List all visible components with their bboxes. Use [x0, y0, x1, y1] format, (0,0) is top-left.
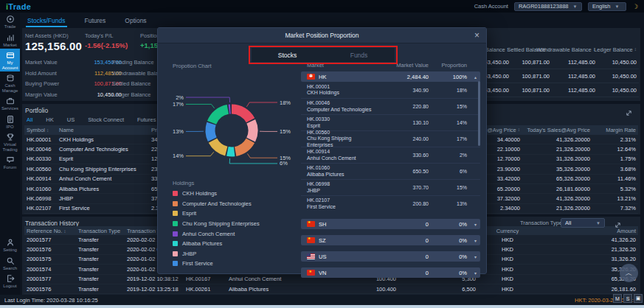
portfolio-cell: CKH Holdings [57, 136, 149, 143]
summary-row-label2: Pending Balance [112, 59, 154, 66]
market-holding-row[interactable]: HK.00914Anhui Conch Cement330.602% [301, 147, 480, 163]
portfolio-cell: 2.31% [592, 136, 638, 143]
summary-row-label: Market Value [25, 59, 58, 66]
transaction-cell: Transfer [76, 246, 125, 253]
tray-icon[interactable]: S [623, 294, 632, 303]
portfolio-tab-all[interactable]: All [27, 116, 32, 123]
market-group-us[interactable]: US00%▾ [301, 251, 480, 262]
portfolio-tab-hk[interactable]: HK [46, 116, 53, 123]
tray-icon[interactable]: ▣ [634, 294, 643, 303]
sort-icon: ↕ [46, 127, 49, 133]
proportion-donut-chart: 18%15%15%6%14%13%17%2% [161, 76, 302, 183]
app-logo: iTrade [6, 2, 31, 11]
portfolio-cell: 26,181.60000 [522, 186, 592, 192]
close-icon[interactable]: × [474, 30, 479, 41]
tab-futures[interactable]: Futures [83, 15, 108, 27]
donut-percent-label: 13% [173, 128, 184, 135]
market-group-sz[interactable]: SZ00%▾ [301, 235, 480, 245]
balance-cell: 100,871.00 [509, 73, 550, 80]
market-holding-row[interactable]: HK.00330Esprit130.1014% [301, 114, 480, 130]
market-holding-row[interactable]: HK.00560Chu Kong Shipping Enterprises240… [301, 130, 480, 147]
sidebar-item-services[interactable]: Services [0, 94, 20, 113]
balance-col-header[interactable]: Ledger Balance↕ [595, 46, 637, 53]
market-holding-row[interactable]: HK.01060Alibaba Pictures650.506% [301, 163, 480, 179]
transaction-col-header[interactable]: Reference No.↕ [24, 228, 76, 234]
scroll-to-top-button[interactable]: ︿ [620, 264, 638, 282]
flag-cn-icon [307, 221, 315, 227]
market-group-sh[interactable]: SH00%▾ [301, 219, 480, 229]
transaction-type-select[interactable]: All ▼ [561, 218, 605, 228]
portfolio-col-header[interactable]: Name [57, 127, 149, 133]
transaction-cell: Alibaba Pictures [226, 286, 322, 293]
legend-swatch [173, 191, 178, 196]
language-value: English [592, 3, 611, 10]
transaction-col-header[interactable]: Amount [537, 228, 638, 234]
donut-label-line [246, 102, 277, 107]
net-assets-label: Net Assets (HKD) [25, 32, 69, 39]
portfolio-col-header[interactable]: Symbol↕ [24, 127, 57, 133]
summary-row-label: Buying Power [25, 80, 59, 87]
tray-icon[interactable]: M [613, 294, 622, 303]
donut-percent-label: 18% [280, 99, 291, 106]
legend-item: Alibaba Pictures [173, 239, 294, 249]
chevron-down-icon: ▼ [615, 4, 620, 9]
account-select[interactable]: RAGR01888123888 ▼ [514, 2, 582, 11]
flag-cn-icon [307, 237, 315, 243]
cash-account-label: Cash Account [474, 3, 508, 10]
portfolio-cell: 21,326.20000 [522, 146, 592, 153]
legend-item: First Service [173, 259, 294, 269]
market-group-hk[interactable]: HK2,484.40100%▴ [301, 71, 480, 82]
transaction-col-header[interactable]: Currency [478, 228, 537, 234]
portfolio-col-header[interactable]: Today's Sales@Avg Price [522, 127, 592, 133]
theme-moon-icon[interactable]: ☽ [632, 3, 638, 10]
portfolio-cell: 11.46% [592, 175, 638, 182]
balance-cell: 10,450.00 [595, 87, 637, 94]
market-holding-row[interactable]: HK.06998JHBP370.7015% [301, 179, 480, 195]
sidebar-item-trade[interactable]: Trade [0, 13, 20, 31]
portfolio-cell: HK.00560 [24, 166, 57, 172]
sidebar-item-forum[interactable]: Forum [0, 153, 20, 172]
refresh-icon[interactable] [614, 219, 622, 232]
tab-options[interactable]: Options [123, 15, 148, 27]
market-holding-row[interactable]: HK.02107First Service200.8013% [301, 195, 480, 211]
portfolio-cell: Anhui Conch Cement [57, 175, 149, 182]
market-holding-row[interactable]: HK.00046Computer And Technologies220.801… [301, 98, 480, 114]
portfolio-tab-futures[interactable]: Futures [137, 116, 156, 123]
sidebar-item-market[interactable]: Market [0, 31, 20, 49]
portfolio-cell: 12.64% [592, 146, 638, 153]
sidebar-item-label: Cash Manage [0, 83, 20, 93]
legend-label: Computer And Technologies [182, 200, 252, 207]
account-value: RAGR01888123888 [519, 3, 569, 10]
sidebar: TradeMarketMy AccountCash ManageServices… [0, 13, 20, 295]
tab-stocks-funds[interactable]: Stocks/Funds [26, 15, 67, 27]
sidebar-item-setting[interactable]: Setting [0, 236, 20, 254]
virtual-trading-icon [6, 133, 15, 141]
market-group-vn[interactable]: VN00%▾ [301, 267, 480, 278]
transaction-cell: 31,326.20 [537, 256, 638, 262]
portfolio-col-header[interactable]: Margin Rate [592, 127, 638, 133]
sidebar-item-label: Trade [0, 24, 20, 29]
sidebar-item-logout[interactable]: Logout [0, 272, 20, 290]
proportion-col-header: Proportion [429, 62, 467, 69]
sidebar-item-search[interactable]: Search [0, 254, 20, 273]
sidebar-item-virtual-trading[interactable]: Virtual Trading [0, 130, 20, 153]
position-pl-value: +1,15 [140, 41, 158, 49]
transaction-col-header[interactable]: Transaction Type [76, 228, 125, 234]
donut-label-line [186, 152, 214, 155]
portfolio-tab-us[interactable]: US [67, 116, 75, 123]
sidebar-item-ipo[interactable]: IPO [0, 113, 20, 131]
chevron-up-icon: ︿ [626, 268, 633, 279]
market-holding-row[interactable]: HK.00001CKH Holdings340.9018% [301, 82, 480, 98]
summary-row-label2: Settled Balance [112, 80, 151, 87]
language-select[interactable]: English ▼ [588, 2, 626, 11]
balance-col-header[interactable]: Withdrawable Balance↕ [550, 46, 595, 53]
portfolio-cell: 35,326.20000 [522, 166, 592, 172]
modal-list-scrollbar[interactable] [478, 81, 480, 146]
sidebar-item-cash-manage[interactable]: Cash Manage [0, 71, 20, 94]
transaction-row[interactable]: 20001576Transfer2019-12-02 13:25:18HK.00… [24, 284, 638, 294]
portfolio-tab-stock-connect[interactable]: Stock Connect [88, 116, 124, 123]
sidebar-item-label: Search [0, 266, 20, 271]
setting-icon [6, 238, 15, 247]
refresh-icon[interactable] [625, 107, 633, 120]
sidebar-item-my-account[interactable]: My Account [0, 49, 20, 71]
